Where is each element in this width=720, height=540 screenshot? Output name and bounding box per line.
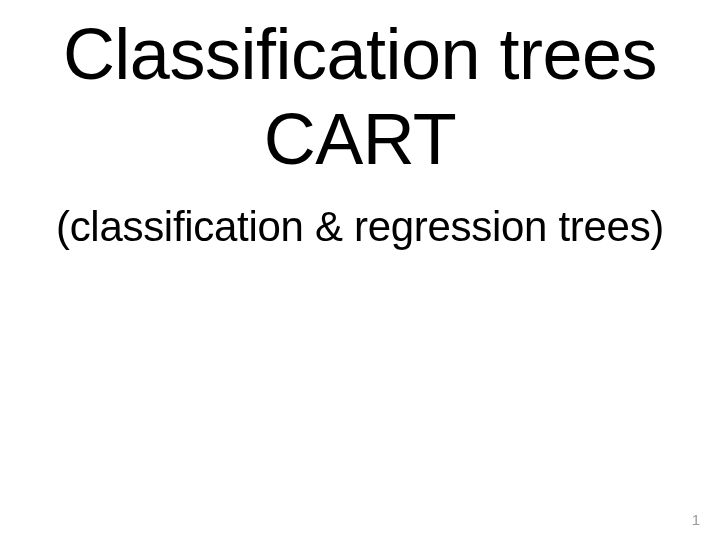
title-line-2: CART [0,99,720,180]
subtitle: (classification & regression trees) [0,203,720,251]
title-line-1: Classification trees [0,14,720,95]
page-number: 1 [692,511,700,528]
slide: Classification trees CART (classificatio… [0,0,720,540]
